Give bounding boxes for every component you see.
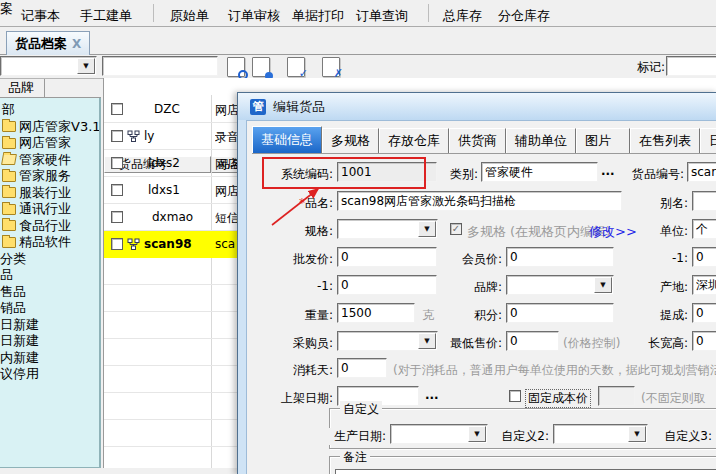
row-checkbox[interactable] (111, 103, 123, 115)
row-code: DZC (154, 102, 180, 116)
sidebar-tab-brand[interactable]: 品牌 (0, 79, 45, 97)
table-row-selected[interactable]: scan98 sca (104, 231, 237, 258)
tree-item-selected[interactable]: 管家硬件 (0, 152, 99, 169)
approve-goods-icon[interactable]: ✓ (287, 57, 305, 77)
folder-icon (2, 171, 16, 182)
table-row[interactable]: DZC 网店 (104, 96, 237, 123)
tab-goods-archive[interactable]: 货品档案 X (6, 31, 90, 55)
row-code: ldxs1 (148, 183, 180, 197)
tree-item[interactable]: 通讯行业 (0, 201, 99, 218)
tab-basic-info[interactable]: 基础信息 (252, 126, 322, 153)
tree-item[interactable]: 品 (0, 267, 99, 284)
tree-item[interactable]: 网店管家V3.1 (0, 119, 99, 136)
toolbar-separator (428, 4, 429, 22)
toolbar-separator (153, 4, 154, 22)
folder-icon (2, 187, 16, 198)
row-name-fragment: 网店 (215, 156, 237, 173)
tree-item[interactable]: 网店管家 (0, 135, 99, 152)
delete-goods-icon[interactable]: ✗ (322, 57, 340, 77)
tree-item[interactable]: 议停用 (0, 366, 99, 383)
tree-item[interactable]: 部 (0, 102, 99, 119)
toolbar-item-original-order[interactable]: 原始单 (170, 7, 209, 25)
row-code: ldxs2 (148, 156, 180, 170)
tree-item[interactable]: 服装行业 (0, 185, 99, 202)
toolbar-item-partial[interactable]: 案 (0, 0, 13, 18)
folder-icon (2, 237, 16, 248)
shared-item-icon (127, 238, 140, 251)
toolbar-bottom-line (0, 26, 716, 27)
table-row[interactable]: ldxs1 网店 (104, 177, 237, 204)
tree-item[interactable]: 分类 (0, 251, 99, 268)
top-toolbar: 案 记事本 手工建单 原始单 订单审核 单据打印 订单查询 总库存 分仓库存 (0, 0, 716, 27)
chevron-down-icon[interactable]: ▼ (77, 58, 95, 74)
tree-item[interactable]: 内新建 (0, 350, 99, 367)
dialog-tabstrip: 基础信息 多规格 存放仓库 供货商 辅助单位 图片 在售列表 日志 (252, 128, 716, 154)
mark-label: 标记: (637, 59, 665, 76)
toolbar-item-warehouse-stock[interactable]: 分仓库存 (498, 7, 550, 25)
tree-item[interactable]: 售品 (0, 284, 99, 301)
dialog-title: 编辑货品 (273, 98, 325, 116)
toolbar-item-manual-order[interactable]: 手工建单 (80, 7, 132, 25)
tab-warehouse[interactable]: 存放仓库 (379, 128, 449, 153)
category-tree: 部 网店管家V3.1 网店管家 管家硬件 管家服务 服装行业 通讯行业 食品行业… (0, 98, 101, 468)
table-row[interactable]: ldxs2 网店 (104, 150, 237, 177)
toolbar-item-doc-print[interactable]: 单据打印 (292, 7, 344, 25)
row-name-fragment: 网店 (215, 102, 237, 119)
app-window: 案 记事本 手工建单 原始单 订单审核 单据打印 订单查询 总库存 分仓库存 货… (0, 0, 716, 474)
row-checkbox[interactable] (111, 238, 123, 250)
row-checkbox[interactable] (111, 130, 123, 142)
toolbar-item-notepad[interactable]: 记事本 (21, 7, 60, 25)
row-code: scan98 (144, 237, 192, 251)
tab-picture[interactable]: 图片 (576, 128, 630, 153)
row-name-fragment: 短信 (215, 210, 237, 227)
tab-on-sale-list[interactable]: 在售列表 (630, 128, 700, 153)
row-checkbox[interactable] (111, 157, 123, 169)
dialog-icon: 管 (250, 99, 266, 115)
tree-item[interactable]: 销品 (0, 300, 99, 317)
tab-multi-spec[interactable]: 多规格 (322, 128, 379, 153)
workspace-tabbar: 货品档案 X (0, 28, 716, 55)
dialog-titlebar[interactable]: 管 编辑货品 (238, 93, 716, 120)
mark-input[interactable] (666, 56, 716, 76)
folder-open-icon (1, 154, 17, 165)
table-row[interactable]: ly 录音 (104, 123, 237, 150)
toolbar-item-order-query[interactable]: 订单查询 (356, 7, 408, 25)
tree-item[interactable]: 食品行业 (0, 218, 99, 235)
new-goods-icon[interactable] (252, 57, 270, 77)
folder-icon (2, 204, 16, 215)
close-tab-icon[interactable]: X (72, 37, 81, 51)
toolbar-item-total-stock[interactable]: 总库存 (443, 7, 482, 25)
row-code: ly (144, 129, 154, 143)
tree-item[interactable]: 管家服务 (0, 168, 99, 185)
folder-icon (2, 220, 16, 231)
tree-item[interactable]: 精品软件 (0, 234, 99, 251)
row-code: dxmao (152, 210, 193, 224)
sidebar-tab-brand-label: 品牌 (0, 79, 34, 97)
row-name-fragment: sca (215, 237, 237, 251)
toolbar-item-order-review[interactable]: 订单审核 (228, 7, 280, 25)
row-checkbox[interactable] (111, 211, 123, 223)
row-name-fragment: 网店 (215, 183, 237, 200)
filter-bar: ▼ ✓ ✗ 标记: (0, 55, 716, 79)
tree-item[interactable]: 日新建 (0, 317, 99, 334)
tab-goods-archive-label: 货品档案 (15, 35, 67, 53)
table-row[interactable]: dxmao 短信 (104, 204, 237, 231)
folder-icon (2, 138, 16, 149)
folder-icon (2, 121, 16, 132)
tree-item[interactable]: 日新建 (0, 333, 99, 350)
tab-supplier[interactable]: 供货商 (449, 128, 506, 153)
row-name-fragment: 录音 (215, 129, 237, 146)
tab-aux-unit[interactable]: 辅助单位 (506, 128, 576, 153)
shared-item-icon (127, 130, 140, 143)
tab-log[interactable]: 日志 (700, 128, 716, 153)
search-input[interactable] (102, 56, 218, 76)
row-checkbox[interactable] (111, 184, 123, 196)
search-goods-icon[interactable] (227, 57, 245, 77)
category-filter-dropdown[interactable]: ▼ (0, 56, 97, 76)
dialog-client-area (246, 120, 716, 474)
